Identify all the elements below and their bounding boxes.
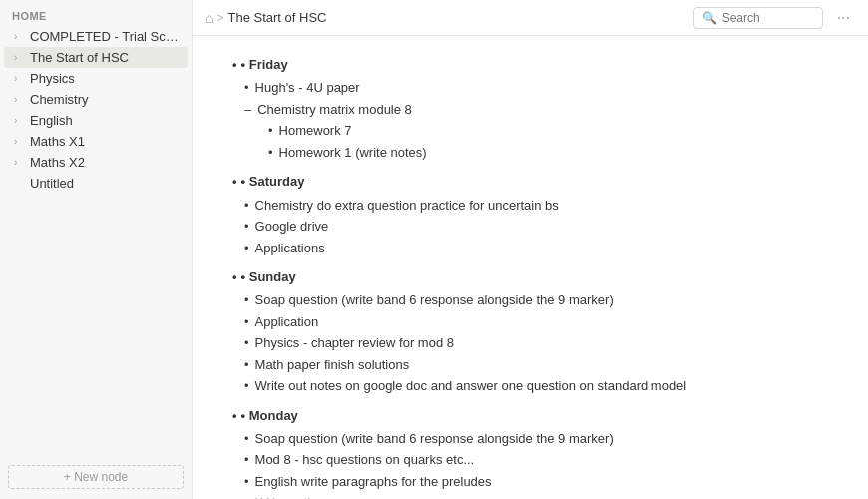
bullet-dot: • [244,492,249,499]
content-item-11: •Application [232,311,828,332]
sidebar-item-the-start-of-hsc[interactable]: ›The Start of HSC [4,47,188,68]
sidebar-item-label-the-start-of-hsc: The Start of HSC [30,50,180,65]
sidebar-item-chemistry[interactable]: ›Chemistry [4,89,188,110]
sidebar: HOME ›COMPLETED - Trial Schedule›The Sta… [0,0,193,499]
content-item-10: •Soap question (write band 6 response al… [232,289,828,310]
bullet-text-10: Soap question (write band 6 response alo… [255,289,614,310]
section-header-text-5: • Saturday [241,171,305,192]
content-item-9: • Sunday [232,258,828,289]
content-item-16: •Soap question (write band 6 response al… [232,428,828,449]
search-box[interactable]: 🔍 [693,7,823,29]
bullet-dot: • [244,428,249,449]
sidebar-item-english[interactable]: ›English [4,110,188,131]
content-item-7: •Google drive [232,216,828,237]
content-item-5: • Saturday [232,163,828,194]
sidebar-home-label: HOME [0,4,192,26]
topbar-more-options[interactable]: ··· [831,7,856,29]
chevron-icon: › [14,157,26,168]
chevron-icon: › [14,52,26,63]
sidebar-item-maths-x1[interactable]: ›Maths X1 [4,131,188,152]
chevron-icon: › [14,31,26,42]
sidebar-item-label-maths-x2: Maths X2 [30,155,180,170]
sidebar-item-label-maths-x1: Maths X1 [30,134,180,149]
sidebar-item-label-physics: Physics [30,71,180,86]
content-area: • Friday•Hugh's - 4U paper–Chemistry mat… [193,36,868,499]
breadcrumb-home-icon[interactable]: ⌂ [205,10,213,26]
chevron-icon: › [14,73,26,84]
bullet-text-4: Homework 1 (write notes) [279,142,427,163]
bullet-text-14: Write out notes on google doc and answer… [255,375,687,396]
topbar: ⌂ > The Start of HSC 🔍 ··· [193,0,868,36]
bullet-dot: • [244,195,249,216]
content-item-0: • Friday [232,52,828,77]
bullet-text-13: Math paper finish solutions [255,354,410,375]
search-input[interactable] [722,11,812,25]
breadcrumb-separator: > [217,11,223,25]
content-item-14: •Write out notes on google doc and answe… [232,375,828,396]
breadcrumb-current-page: The Start of HSC [227,10,326,25]
sidebar-item-label-english: English [30,113,180,128]
bullet-text-11: Application [255,311,319,332]
bullet-dot: • [244,216,249,237]
bullet-text-18: English write paragraphs for the prelude… [255,471,492,492]
content-item-13: •Math paper finish solutions [232,354,828,375]
breadcrumb: ⌂ > The Start of HSC [205,10,326,26]
chevron-icon: › [14,94,26,105]
bullet-text-12: Physics - chapter review for mod 8 [255,332,454,353]
sidebar-item-maths-x2[interactable]: ›Maths X2 [4,152,188,173]
bullet-dot: • [268,142,273,163]
strikethrough-text-19: KAi meeting [255,492,325,499]
new-node-button[interactable]: + New node [8,465,184,489]
sidebar-item-label-chemistry: Chemistry [30,92,180,107]
section-header-text-9: • Sunday [241,266,296,287]
sub-dash: – [244,99,251,120]
sidebar-item-completed[interactable]: ›COMPLETED - Trial Schedule [4,26,188,47]
bullet-dot: • [244,311,249,332]
section-header-text-0: • Friday [241,54,288,75]
content-item-3: •Homework 7 [232,120,828,141]
bullet-text-17: Mod 8 - hsc questions on quarks etc... [255,449,475,470]
sidebar-item-label-completed: COMPLETED - Trial Schedule [30,29,180,44]
content-item-15: • Monday [232,397,828,428]
content-item-12: •Physics - chapter review for mod 8 [232,332,828,353]
content-item-2: –Chemistry matrix module 8 [232,99,828,120]
bullet-dot: • [244,332,249,353]
content-item-18: •English write paragraphs for the prelud… [232,471,828,492]
bullet-text-7: Google drive [255,216,329,237]
chevron-icon: › [14,136,26,147]
section-header-text-15: • Monday [241,405,298,426]
bullet-text-6: Chemistry do extra question practice for… [255,195,559,216]
sidebar-item-label-untitled: Untitled [30,176,180,191]
bullet-dot: • [244,471,249,492]
bullet-text-16: Soap question (write band 6 response alo… [255,428,614,449]
bullet-text-8: Applications [255,238,325,258]
chevron-icon: › [14,115,26,126]
bullet-dot: • [268,120,273,141]
bullet-dot: • [244,375,249,396]
main-panel: ⌂ > The Start of HSC 🔍 ··· • Friday•Hugh… [193,0,868,499]
content-item-4: •Homework 1 (write notes) [232,142,828,163]
content-item-8: •Applications [232,238,828,258]
content-item-1: •Hugh's - 4U paper [232,77,828,98]
bullet-text-3: Homework 7 [279,120,352,141]
topbar-right: 🔍 ··· [693,7,856,29]
content-item-6: •Chemistry do extra question practice fo… [232,195,828,216]
sub-bullet-text-2: Chemistry matrix module 8 [257,99,412,120]
bullet-dot: • [244,289,249,310]
bullet-dot: • [244,449,249,470]
content-item-17: •Mod 8 - hsc questions on quarks etc... [232,449,828,470]
bullet-dot: • [244,354,249,375]
sidebar-item-physics[interactable]: ›Physics [4,68,188,89]
search-icon: 🔍 [702,11,717,25]
sidebar-item-untitled[interactable]: Untitled [4,173,188,194]
bullet-dot: • [244,77,249,98]
content-item-19: •KAi meeting [232,492,828,499]
bullet-text-1: Hugh's - 4U paper [255,77,360,98]
bullet-dot: • [244,238,249,258]
